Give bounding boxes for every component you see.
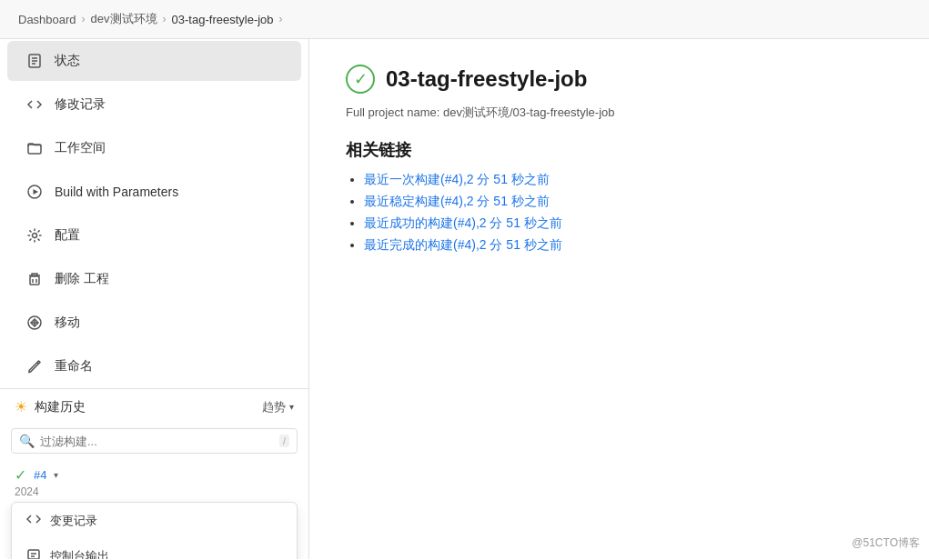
- breadcrumb-item-env[interactable]: dev测试环境: [91, 11, 157, 27]
- breadcrumb: Dashboard › dev测试环境 › 03-tag-freestyle-j…: [0, 0, 929, 39]
- link-4[interactable]: 最近完成的构建(#4),2 分 51 秒之前: [364, 237, 562, 252]
- move-icon: [25, 314, 44, 332]
- code-icon: [25, 95, 44, 114]
- build-4-dropdown: 变更记录 控制台输出: [0, 502, 308, 559]
- link-3[interactable]: 最近成功的构建(#4),2 分 51 秒之前: [364, 215, 562, 230]
- search-icon: 🔍: [19, 434, 35, 448]
- build-item-4-wrapper: ✓ #4 ▾ 2024: [0, 461, 308, 559]
- sidebar-label-delete: 删除 工程: [55, 271, 109, 287]
- full-project-name: Full project name: dev测试环境/03-tag-freest…: [346, 105, 893, 121]
- slash-shortcut: /: [279, 435, 289, 447]
- build-4-status-icon: ✓: [15, 466, 26, 484]
- build-history-title-row: ☀ 构建历史: [15, 398, 86, 415]
- sidebar-label-workspace: 工作空间: [55, 140, 106, 156]
- link-item-4: 最近完成的构建(#4),2 分 51 秒之前: [364, 237, 893, 254]
- chevron-down-icon: ▾: [289, 402, 294, 412]
- sidebar-item-rename[interactable]: 重命名: [7, 346, 301, 386]
- build-search-container: 🔍 /: [11, 428, 298, 454]
- svg-line-14: [37, 363, 39, 365]
- pencil-icon: [25, 357, 44, 375]
- main-content: ✓ 03-tag-freestyle-job Full project name…: [309, 39, 929, 559]
- dropdown-changes-label: 变更记录: [50, 513, 97, 529]
- sidebar-item-status[interactable]: 状态: [7, 41, 301, 81]
- sidebar-item-move[interactable]: 移动: [7, 303, 301, 343]
- sidebar: 状态 修改记录 工作空间: [0, 39, 309, 559]
- svg-rect-4: [28, 145, 41, 154]
- svg-marker-6: [34, 189, 39, 195]
- build-history-section: ☀ 构建历史 趋势 ▾ 🔍 / ✓ #4 ▾ 2: [0, 388, 308, 559]
- related-links-title: 相关链接: [346, 139, 893, 161]
- play-icon: [25, 183, 44, 201]
- build-search-input[interactable]: [40, 435, 274, 448]
- build-4-chevron[interactable]: ▾: [54, 470, 58, 480]
- page-title-row: ✓ 03-tag-freestyle-job: [346, 65, 893, 94]
- build-history-header: ☀ 构建历史 趋势 ▾: [0, 389, 308, 425]
- build-4-number: #4: [34, 468, 46, 482]
- link-item-1: 最近一次构建(#4),2 分 51 秒之前: [364, 172, 893, 188]
- build-4-date: 2024: [0, 485, 308, 498]
- breadcrumb-sep-2: ›: [163, 13, 167, 25]
- sidebar-label-changes: 修改记录: [55, 96, 106, 113]
- related-links-list: 最近一次构建(#4),2 分 51 秒之前 最近稳定构建(#4),2 分 51 …: [346, 172, 893, 254]
- trash-icon: [25, 270, 44, 288]
- sidebar-label-rename: 重命名: [55, 358, 93, 375]
- breadcrumb-item-dashboard[interactable]: Dashboard: [18, 13, 76, 26]
- breadcrumb-sep-1: ›: [82, 13, 86, 25]
- dropdown-item-changes[interactable]: 变更记录: [12, 503, 297, 538]
- success-icon: ✓: [346, 65, 375, 94]
- link-item-3: 最近成功的构建(#4),2 分 51 秒之前: [364, 215, 893, 232]
- dropdown-console-label: 控制台输出: [50, 548, 109, 560]
- sidebar-label-status: 状态: [55, 53, 80, 69]
- trend-button[interactable]: 趋势 ▾: [262, 399, 294, 415]
- sidebar-item-configure[interactable]: 配置: [7, 215, 301, 255]
- dropdown-item-console[interactable]: 控制台输出: [12, 538, 297, 559]
- sidebar-label-build: Build with Parameters: [55, 185, 178, 199]
- svg-point-7: [33, 234, 37, 238]
- gear-icon: [25, 226, 44, 245]
- watermark: @51CTO博客: [852, 535, 920, 551]
- svg-rect-15: [28, 550, 39, 559]
- link-item-2: 最近稳定构建(#4),2 分 51 秒之前: [364, 194, 893, 210]
- file-icon: [25, 52, 44, 70]
- sidebar-item-build[interactable]: Build with Parameters: [7, 172, 301, 212]
- trend-label: 趋势: [262, 399, 286, 415]
- sidebar-label-move: 移动: [55, 315, 80, 331]
- page-title: 03-tag-freestyle-job: [386, 66, 587, 92]
- svg-rect-8: [30, 276, 39, 285]
- breadcrumb-item-job: 03-tag-freestyle-job: [172, 13, 274, 26]
- sidebar-item-changes[interactable]: 修改记录: [7, 85, 301, 125]
- link-2[interactable]: 最近稳定构建(#4),2 分 51 秒之前: [364, 194, 550, 208]
- sidebar-label-configure: 配置: [55, 227, 80, 244]
- link-1[interactable]: 最近一次构建(#4),2 分 51 秒之前: [364, 172, 550, 186]
- build-4-dropdown-menu: 变更记录 控制台输出: [11, 502, 298, 559]
- console-icon: [26, 547, 41, 559]
- sidebar-item-workspace[interactable]: 工作空间: [7, 128, 301, 168]
- sidebar-item-delete[interactable]: 删除 工程: [7, 259, 301, 299]
- sun-icon: ☀: [15, 398, 27, 415]
- build-history-label: 构建历史: [35, 399, 86, 415]
- breadcrumb-sep-3: ›: [279, 13, 283, 25]
- folder-icon: [25, 139, 44, 157]
- code-icon-small: [26, 512, 41, 529]
